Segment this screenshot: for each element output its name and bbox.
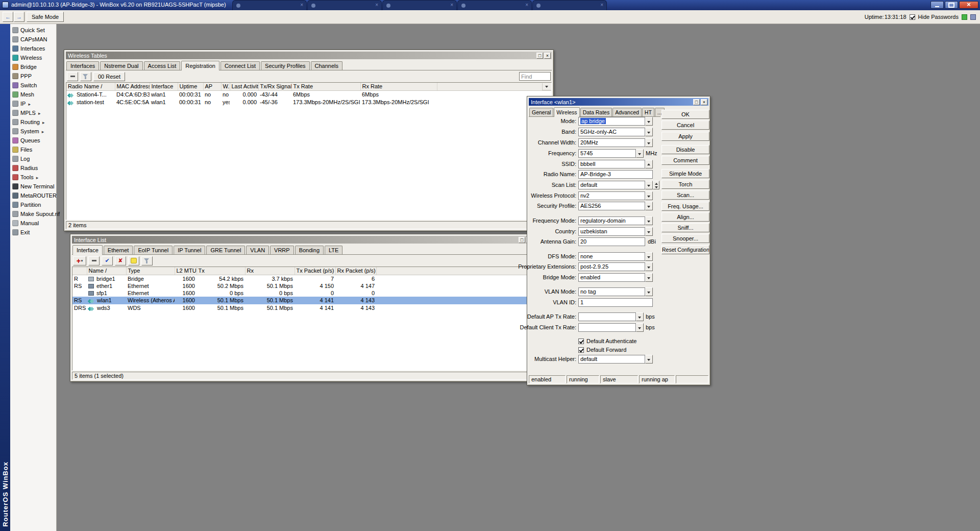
scan-list-spinner-button[interactable] xyxy=(653,181,659,189)
ssid-collapse-button[interactable] xyxy=(645,160,653,168)
sidebar-item-mpls[interactable]: MPLS xyxy=(10,108,56,117)
tab-ip-tunnel[interactable]: IP Tunnel xyxy=(174,246,205,254)
sidebar-item-ip[interactable]: IP xyxy=(10,99,56,108)
col-tx-packet[interactable]: Tx Packet (p/s) xyxy=(295,267,335,275)
multicast-helper-field[interactable]: default xyxy=(578,355,645,364)
sidebar-item-wireless[interactable]: Wireless xyxy=(10,53,56,62)
scan-list-field[interactable]: default xyxy=(578,181,645,189)
vlan-id-field[interactable]: 1 xyxy=(578,298,653,307)
col-rx-rate[interactable]: Rx Rate xyxy=(360,83,437,90)
col-ap[interactable]: AP xyxy=(203,83,221,90)
col-tx[interactable]: Tx xyxy=(197,267,245,275)
sidebar-item-queues[interactable]: Queues xyxy=(10,136,56,145)
sidebar-item-make-supout[interactable]: Make Supout.rif xyxy=(10,209,56,219)
mode-dropdown-button[interactable] xyxy=(645,117,653,126)
tab-wireless[interactable]: Wireless xyxy=(554,107,579,117)
tab-close-icon[interactable]: × xyxy=(525,2,528,8)
proprietary-extensions-dropdown-button[interactable] xyxy=(645,262,653,271)
ok-button[interactable]: OK xyxy=(662,110,709,119)
scan-list-dropdown-button[interactable] xyxy=(645,181,653,189)
sidebar-item-mesh[interactable]: Mesh xyxy=(10,90,56,99)
interface-row-sfp1[interactable]: sfp1 Ethernet 1600 0 bps 0 bps 0 0 xyxy=(72,289,533,297)
default-ap-tx-rate-field[interactable] xyxy=(578,312,636,321)
interface-row-wds3[interactable]: DRS wds3 WDS 1600 50.1 Mbps 50.1 Mbps 4 … xyxy=(72,304,533,312)
tab-close-icon[interactable]: × xyxy=(375,2,378,8)
interface-row-bridge1[interactable]: R bridge1 Bridge 1600 54.2 kbps 3.7 kbps… xyxy=(72,275,533,282)
undo-icon[interactable] xyxy=(3,12,13,22)
default-client-tx-rate-dropdown-button[interactable] xyxy=(636,323,644,332)
filter-button[interactable] xyxy=(141,256,153,266)
tab-vlan[interactable]: VLAN xyxy=(246,246,269,254)
tab-vrrp[interactable]: VRRP xyxy=(270,246,294,254)
col-mac-address[interactable]: MAC Address xyxy=(115,83,150,90)
tab-eoip-tunnel[interactable]: EoIP Tunnel xyxy=(134,246,173,254)
interface-row-wlan1[interactable]: RS wlan1 Wireless (Atheros AR9... 1600 5… xyxy=(72,297,533,304)
wireless-protocol-field[interactable]: nv2 xyxy=(578,191,645,200)
default-authenticate-checkbox[interactable] xyxy=(578,339,584,344)
multicast-helper-dropdown-button[interactable] xyxy=(645,355,653,364)
sidebar-item-switch[interactable]: Switch xyxy=(10,81,56,90)
browser-tab[interactable]: × xyxy=(382,0,457,10)
minimize-button[interactable] xyxy=(930,1,944,9)
restore-button[interactable]: □ xyxy=(536,53,543,59)
tab-bonding[interactable]: Bonding xyxy=(295,246,324,254)
tab-close-icon[interactable]: × xyxy=(300,2,303,8)
tab-data-rates[interactable]: Data Rates xyxy=(580,108,612,116)
tab-ethernet[interactable]: Ethernet xyxy=(104,246,133,254)
col-wds[interactable]: W... xyxy=(221,83,230,90)
sidebar-item-log[interactable]: Log xyxy=(10,154,56,163)
snooper-button[interactable]: Snooper... xyxy=(662,234,709,243)
col-tx-rate[interactable]: Tx Rate xyxy=(291,83,360,90)
sidebar-item-routing[interactable]: Routing xyxy=(10,117,56,127)
tab-close-icon[interactable]: × xyxy=(600,2,603,8)
tab-channels[interactable]: Channels xyxy=(311,61,342,70)
add-button[interactable]: +▾ xyxy=(73,256,86,266)
enable-button[interactable]: ✔ xyxy=(102,256,113,266)
remove-button[interactable] xyxy=(67,72,78,81)
tab-gre-tunnel[interactable]: GRE Tunnel xyxy=(206,246,245,254)
dfs-mode-field[interactable]: none xyxy=(578,252,645,261)
antenna-gain-field[interactable]: 20 xyxy=(578,237,645,246)
reset-button[interactable]: 00 Reset xyxy=(93,72,125,81)
wireless-protocol-dropdown-button[interactable] xyxy=(645,191,653,200)
simple-mode-button[interactable]: Simple Mode xyxy=(662,169,709,178)
find-input[interactable] xyxy=(519,72,551,81)
col-radio-name[interactable]: Radio Name / xyxy=(66,83,115,90)
tab-access-list[interactable]: Access List xyxy=(144,61,181,70)
col-uptime[interactable]: Uptime xyxy=(178,83,203,90)
col-last-activity[interactable]: Last Activit... xyxy=(230,83,258,90)
col-name[interactable]: Name / xyxy=(87,267,126,275)
safe-mode-button[interactable]: Safe Mode xyxy=(27,12,64,22)
sidebar-item-tools[interactable]: Tools xyxy=(10,173,56,182)
col-interface[interactable]: Interface xyxy=(150,83,178,90)
col-signal[interactable]: Tx/Rx Signal ... xyxy=(258,83,291,90)
band-dropdown-button[interactable] xyxy=(645,128,653,136)
tab-lte[interactable]: LTE xyxy=(325,246,342,254)
col-rx[interactable]: Rx xyxy=(245,267,295,275)
dfs-mode-dropdown-button[interactable] xyxy=(645,252,653,261)
comment-button[interactable] xyxy=(128,256,139,266)
tab-interface[interactable]: Interface xyxy=(72,245,103,255)
tab-nstreme-dual[interactable]: Nstreme Dual xyxy=(100,61,142,70)
remove-button[interactable] xyxy=(88,256,100,266)
browser-tab[interactable]: × xyxy=(532,0,607,10)
sidebar-item-manual[interactable]: Manual xyxy=(10,219,56,228)
tab-registration[interactable]: Registration xyxy=(181,61,219,70)
default-ap-tx-rate-dropdown-button[interactable] xyxy=(636,312,644,321)
sidebar-item-quick-set[interactable]: Quick Set xyxy=(10,26,56,35)
close-icon[interactable]: × xyxy=(701,99,707,105)
browser-tab[interactable]: × xyxy=(457,0,532,10)
reset-configuration-button[interactable]: Reset Configuration xyxy=(662,245,709,254)
sidebar-item-interfaces[interactable]: Interfaces xyxy=(10,44,56,53)
country-field[interactable]: uzbekistan xyxy=(578,227,645,236)
torch-button[interactable]: Torch xyxy=(662,180,709,189)
tab-security-profiles[interactable]: Security Profiles xyxy=(261,61,309,70)
ssid-field[interactable]: bbbell xyxy=(578,160,645,168)
align-button[interactable]: Align... xyxy=(662,212,709,222)
mode-field[interactable]: ap bridge xyxy=(578,117,645,126)
redo-icon[interactable] xyxy=(14,12,24,22)
hide-passwords-checkbox[interactable] xyxy=(910,14,915,20)
restore-button[interactable]: □ xyxy=(693,99,700,105)
tab-connect-list[interactable]: Connect List xyxy=(220,61,260,70)
security-profile-dropdown-button[interactable] xyxy=(645,202,653,210)
